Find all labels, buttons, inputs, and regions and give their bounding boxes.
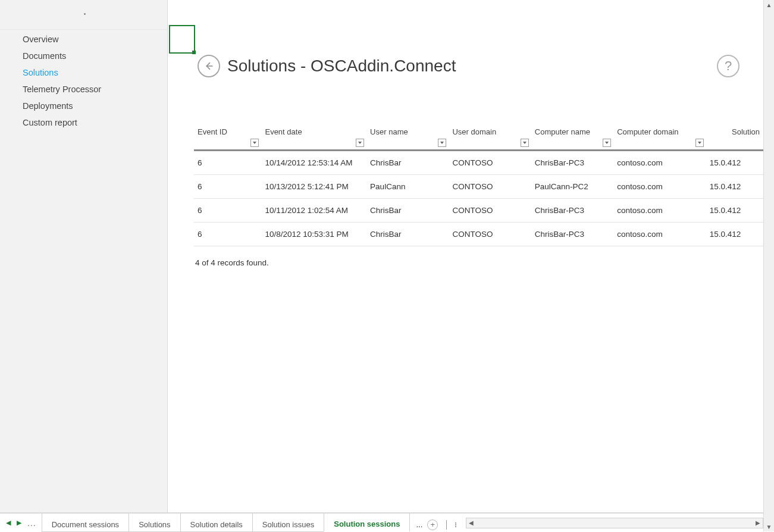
sheet-tab-solution-details[interactable]: Solution details [180,514,253,532]
cell-event-id: 6 [194,182,261,191]
main-content: Solutions - OSCAddin.Connect ? Event ID … [168,0,763,513]
nav-item-deployments[interactable]: Deployments [0,98,167,114]
cell-event-id: 6 [194,230,261,239]
records-found-label: 4 of 4 records found. [194,258,763,267]
sheet-nav-prev[interactable]: ◀ [6,519,11,527]
cell-event-date: 10/11/2012 1:02:54 AM [261,206,366,215]
nav-item-solutions[interactable]: Solutions [0,64,167,81]
cell-solution-version: 15.0.412 [706,182,763,191]
col-header-solution-version: Solution [706,119,763,148]
table-header-row: Event ID Event date User name User domai… [194,119,763,151]
hscroll-right[interactable]: ▶ [753,518,763,528]
nav-item-documents[interactable]: Documents [0,48,167,64]
app-frame: Overview Documents Solutions Telemetry P… [0,0,763,513]
cell-solution-version: 15.0.412 [706,158,763,167]
col-header-user-domain: User domain [449,119,531,148]
filter-event-date[interactable] [356,139,364,147]
cell-user-name: ChrisBar [366,158,449,167]
cell-solution-version: 15.0.412 [706,230,763,239]
cell-computer-domain: contoso.com [613,230,706,239]
cell-computer-domain: contoso.com [613,206,706,215]
col-header-user-name: User name [366,119,449,148]
cell-computer-domain: contoso.com [613,158,706,167]
new-sheet-button[interactable]: + [427,520,438,530]
sheet-tab-strip: ◀ ▶ ... Document sessions Solutions Solu… [0,513,763,532]
col-header-label: User domain [452,127,496,136]
cell-user-domain: CONTOSO [449,206,531,215]
sheet-tabs-more[interactable]: ... [416,520,422,529]
cell-user-name: PaulCann [366,182,449,191]
cell-event-date: 10/14/2012 12:53:14 AM [261,158,366,167]
horizontal-scrollbar[interactable]: ◀ ▶ [466,518,763,528]
col-header-label: Event date [265,127,302,136]
col-header-computer-name: Computer name [531,119,613,148]
hscroll-left[interactable]: ◀ [466,518,476,528]
cell-computer-name: PaulCann-PC2 [531,182,613,191]
cell-computer-name: ChrisBar-PC3 [531,158,613,167]
table-row[interactable]: 6 10/8/2012 10:53:31 PM ChrisBar CONTOSO… [194,223,763,246]
help-icon: ? [725,58,732,74]
sessions-table: Event ID Event date User name User domai… [194,119,763,267]
col-header-label: Computer name [535,127,590,136]
nav-item-telemetry-processor[interactable]: Telemetry Processor [0,81,167,98]
sheet-tab-solutions[interactable]: Solutions [129,514,180,532]
cell-event-id: 6 [194,158,261,167]
col-header-event-id: Event ID [194,119,261,148]
nav-item-overview[interactable]: Overview [0,31,167,48]
filter-event-id[interactable] [250,139,259,147]
col-header-event-date: Event date [261,119,366,148]
cell-user-domain: CONTOSO [449,158,531,167]
sidebar: Overview Documents Solutions Telemetry P… [0,0,168,513]
cell-user-domain: CONTOSO [449,230,531,239]
table-row[interactable]: 6 10/14/2012 12:53:14 AM ChrisBar CONTOS… [194,151,763,175]
nav-item-custom-report[interactable]: Custom report [0,114,167,131]
sheet-tab-solution-issues[interactable]: Solution issues [252,514,324,532]
help-button[interactable]: ? [717,55,739,77]
selected-cell-indicator[interactable] [169,25,195,54]
sheet-nav-next[interactable]: ▶ [17,519,21,527]
sheet-nav-more[interactable]: ... [27,518,36,528]
col-header-label: Computer domain [617,127,678,136]
filter-user-name[interactable] [438,139,446,147]
col-header-label: Solution [732,127,760,136]
arrow-left-icon [203,61,214,71]
col-header-label: User name [370,127,408,136]
filter-computer-name[interactable] [603,139,611,147]
cell-event-id: 6 [194,206,261,215]
cell-computer-domain: contoso.com [613,182,706,191]
cell-fill-handle[interactable] [192,51,196,54]
col-header-computer-domain: Computer domain [613,119,706,148]
vscroll-down[interactable]: ▼ [764,522,774,531]
vscroll-track[interactable] [764,10,774,522]
table-row[interactable]: 6 10/11/2012 1:02:54 AM ChrisBar CONTOSO… [194,199,763,223]
sheet-tab-nav: ◀ ▶ ... [0,514,42,532]
col-header-label: Event ID [198,127,227,136]
cell-event-date: 10/8/2012 10:53:31 PM [261,230,366,239]
cell-solution-version: 15.0.412 [706,206,763,215]
cell-computer-name: ChrisBar-PC3 [531,230,613,239]
sheet-tab-document-sessions[interactable]: Document sessions [42,514,129,532]
page-header: Solutions - OSCAddin.Connect [198,55,756,77]
cell-event-date: 10/13/2012 5:12:41 PM [261,182,366,191]
sidebar-decoration-dot [84,13,86,15]
table-row[interactable]: 6 10/13/2012 5:12:41 PM PaulCann CONTOSO… [194,175,763,199]
back-button[interactable] [198,55,220,77]
vertical-scrollbar[interactable]: ▲ ▼ [763,0,774,531]
filter-computer-domain[interactable] [695,139,704,147]
cell-computer-name: ChrisBar-PC3 [531,206,613,215]
vscroll-up[interactable]: ▲ [764,0,774,10]
tabstrip-drag-handle[interactable] [455,522,456,527]
cell-user-name: ChrisBar [366,230,449,239]
cell-user-name: ChrisBar [366,206,449,215]
sheet-tab-solution-sessions[interactable]: Solution sessions [324,514,410,532]
filter-user-domain[interactable] [521,139,529,147]
sheet-tab-overflow: ... + [410,514,462,532]
page-title: Solutions - OSCAddin.Connect [227,57,456,76]
cell-user-domain: CONTOSO [449,182,531,191]
tabstrip-divider [446,520,447,530]
